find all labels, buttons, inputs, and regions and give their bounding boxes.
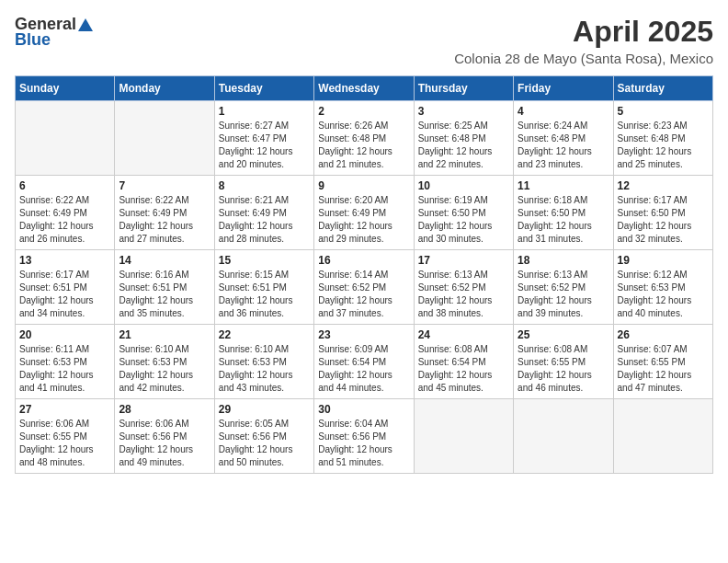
calendar-cell: 6Sunrise: 6:22 AM Sunset: 6:49 PM Daylig… (16, 176, 115, 250)
calendar-cell: 27Sunrise: 6:06 AM Sunset: 6:55 PM Dayli… (16, 399, 115, 474)
day-number: 5 (618, 105, 709, 118)
calendar-cell (115, 101, 214, 176)
calendar-cell (514, 399, 613, 474)
day-info: Sunrise: 6:15 AM Sunset: 6:51 PM Dayligh… (219, 269, 310, 320)
day-number: 24 (418, 328, 509, 341)
day-info: Sunrise: 6:22 AM Sunset: 6:49 PM Dayligh… (119, 194, 210, 246)
calendar-week-row: 27Sunrise: 6:06 AM Sunset: 6:55 PM Dayli… (16, 399, 713, 474)
calendar-cell: 13Sunrise: 6:17 AM Sunset: 6:51 PM Dayli… (16, 250, 115, 325)
calendar-cell: 16Sunrise: 6:14 AM Sunset: 6:52 PM Dayli… (314, 250, 414, 325)
logo-blue-text: Blue (15, 30, 51, 50)
day-info: Sunrise: 6:19 AM Sunset: 6:50 PM Dayligh… (418, 194, 509, 246)
day-number: 29 (219, 403, 310, 416)
day-number: 28 (119, 403, 210, 416)
day-number: 22 (219, 328, 310, 341)
day-number: 21 (119, 328, 210, 341)
day-number: 26 (618, 328, 709, 341)
calendar-week-row: 20Sunrise: 6:11 AM Sunset: 6:53 PM Dayli… (16, 325, 713, 399)
calendar-cell: 3Sunrise: 6:25 AM Sunset: 6:48 PM Daylig… (414, 101, 513, 176)
day-info: Sunrise: 6:22 AM Sunset: 6:49 PM Dayligh… (19, 194, 110, 246)
day-number: 7 (119, 179, 210, 192)
day-number: 14 (119, 254, 210, 267)
calendar-cell: 20Sunrise: 6:11 AM Sunset: 6:53 PM Dayli… (16, 325, 115, 399)
day-number: 16 (318, 254, 409, 267)
day-header-tuesday: Tuesday (214, 76, 313, 101)
calendar-cell: 21Sunrise: 6:10 AM Sunset: 6:53 PM Dayli… (115, 325, 214, 399)
day-info: Sunrise: 6:08 AM Sunset: 6:54 PM Dayligh… (418, 343, 509, 395)
day-info: Sunrise: 6:14 AM Sunset: 6:52 PM Dayligh… (318, 269, 409, 320)
day-number: 3 (418, 105, 509, 118)
calendar-cell: 14Sunrise: 6:16 AM Sunset: 6:51 PM Dayli… (115, 250, 214, 325)
calendar-cell: 15Sunrise: 6:15 AM Sunset: 6:51 PM Dayli… (214, 250, 313, 325)
day-info: Sunrise: 6:07 AM Sunset: 6:55 PM Dayligh… (618, 343, 709, 395)
day-info: Sunrise: 6:17 AM Sunset: 6:50 PM Dayligh… (618, 194, 709, 246)
day-number: 20 (19, 328, 110, 341)
day-number: 6 (19, 179, 110, 192)
day-number: 23 (318, 328, 409, 341)
calendar-cell: 26Sunrise: 6:07 AM Sunset: 6:55 PM Dayli… (613, 325, 712, 399)
calendar-cell: 17Sunrise: 6:13 AM Sunset: 6:52 PM Dayli… (414, 250, 513, 325)
calendar-cell: 28Sunrise: 6:06 AM Sunset: 6:56 PM Dayli… (115, 399, 214, 474)
day-info: Sunrise: 6:10 AM Sunset: 6:53 PM Dayligh… (219, 343, 310, 395)
day-header-sunday: Sunday (16, 76, 115, 101)
day-number: 25 (518, 328, 609, 341)
day-info: Sunrise: 6:11 AM Sunset: 6:53 PM Dayligh… (19, 343, 110, 395)
day-info: Sunrise: 6:05 AM Sunset: 6:56 PM Dayligh… (219, 418, 310, 469)
calendar-cell: 10Sunrise: 6:19 AM Sunset: 6:50 PM Dayli… (414, 176, 513, 250)
day-info: Sunrise: 6:12 AM Sunset: 6:53 PM Dayligh… (618, 269, 709, 320)
day-info: Sunrise: 6:09 AM Sunset: 6:54 PM Dayligh… (318, 343, 409, 395)
calendar-cell: 2Sunrise: 6:26 AM Sunset: 6:48 PM Daylig… (314, 101, 414, 176)
day-info: Sunrise: 6:13 AM Sunset: 6:52 PM Dayligh… (518, 269, 609, 320)
day-number: 2 (318, 105, 409, 118)
day-info: Sunrise: 6:23 AM Sunset: 6:48 PM Dayligh… (618, 120, 709, 171)
day-header-thursday: Thursday (414, 76, 513, 101)
day-info: Sunrise: 6:06 AM Sunset: 6:56 PM Dayligh… (119, 418, 210, 469)
day-number: 1 (219, 105, 310, 118)
calendar-cell: 23Sunrise: 6:09 AM Sunset: 6:54 PM Dayli… (314, 325, 414, 399)
calendar-cell: 19Sunrise: 6:12 AM Sunset: 6:53 PM Dayli… (613, 250, 712, 325)
day-info: Sunrise: 6:25 AM Sunset: 6:48 PM Dayligh… (418, 120, 509, 171)
calendar-cell: 29Sunrise: 6:05 AM Sunset: 6:56 PM Dayli… (214, 399, 313, 474)
calendar-cell: 12Sunrise: 6:17 AM Sunset: 6:50 PM Dayli… (613, 176, 712, 250)
calendar-cell: 30Sunrise: 6:04 AM Sunset: 6:56 PM Dayli… (314, 399, 414, 474)
day-number: 18 (518, 254, 609, 267)
calendar-cell: 9Sunrise: 6:20 AM Sunset: 6:49 PM Daylig… (314, 176, 414, 250)
logo: General Blue (15, 15, 94, 50)
day-number: 8 (219, 179, 310, 192)
day-info: Sunrise: 6:17 AM Sunset: 6:51 PM Dayligh… (19, 269, 110, 320)
day-info: Sunrise: 6:24 AM Sunset: 6:48 PM Dayligh… (518, 120, 609, 171)
day-header-saturday: Saturday (613, 76, 712, 101)
svg-marker-0 (78, 18, 93, 31)
day-info: Sunrise: 6:04 AM Sunset: 6:56 PM Dayligh… (318, 418, 409, 469)
calendar-cell: 18Sunrise: 6:13 AM Sunset: 6:52 PM Dayli… (514, 250, 613, 325)
day-header-monday: Monday (115, 76, 214, 101)
day-number: 9 (318, 179, 409, 192)
calendar-cell (16, 101, 115, 176)
day-info: Sunrise: 6:20 AM Sunset: 6:49 PM Dayligh… (318, 194, 409, 246)
calendar-week-row: 13Sunrise: 6:17 AM Sunset: 6:51 PM Dayli… (16, 250, 713, 325)
day-info: Sunrise: 6:27 AM Sunset: 6:47 PM Dayligh… (219, 120, 310, 171)
calendar-cell: 8Sunrise: 6:21 AM Sunset: 6:49 PM Daylig… (214, 176, 313, 250)
day-info: Sunrise: 6:18 AM Sunset: 6:50 PM Dayligh… (518, 194, 609, 246)
calendar-cell: 4Sunrise: 6:24 AM Sunset: 6:48 PM Daylig… (514, 101, 613, 176)
month-title: April 2025 (454, 15, 713, 49)
day-number: 12 (618, 179, 709, 192)
day-info: Sunrise: 6:16 AM Sunset: 6:51 PM Dayligh… (119, 269, 210, 320)
day-number: 27 (19, 403, 110, 416)
day-info: Sunrise: 6:06 AM Sunset: 6:55 PM Dayligh… (19, 418, 110, 469)
day-number: 4 (518, 105, 609, 118)
calendar-cell: 5Sunrise: 6:23 AM Sunset: 6:48 PM Daylig… (613, 101, 712, 176)
day-info: Sunrise: 6:13 AM Sunset: 6:52 PM Dayligh… (418, 269, 509, 320)
day-info: Sunrise: 6:10 AM Sunset: 6:53 PM Dayligh… (119, 343, 210, 395)
calendar-cell: 25Sunrise: 6:08 AM Sunset: 6:55 PM Dayli… (514, 325, 613, 399)
calendar-cell (613, 399, 712, 474)
calendar-week-row: 6Sunrise: 6:22 AM Sunset: 6:49 PM Daylig… (16, 176, 713, 250)
title-section: April 2025 Colonia 28 de Mayo (Santa Ros… (454, 15, 713, 66)
day-header-wednesday: Wednesday (314, 76, 414, 101)
location: Colonia 28 de Mayo (Santa Rosa), Mexico (454, 51, 713, 66)
calendar-cell: 24Sunrise: 6:08 AM Sunset: 6:54 PM Dayli… (414, 325, 513, 399)
day-number: 30 (318, 403, 409, 416)
day-number: 15 (219, 254, 310, 267)
page-header: General Blue April 2025 Colonia 28 de Ma… (15, 15, 713, 66)
day-number: 17 (418, 254, 509, 267)
